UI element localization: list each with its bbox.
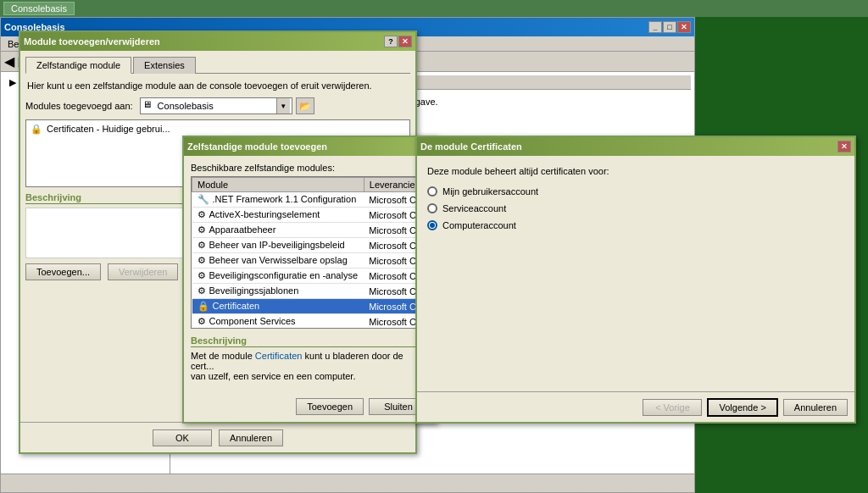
- dialog3-close-btn[interactable]: ✕: [837, 141, 851, 152]
- mmc-minimize-btn[interactable]: _: [648, 21, 662, 33]
- module-name-cell: ⚙Beheer van IP-beveiligingsbeleid: [192, 238, 364, 253]
- modules-added-row: Modules toegevoegd aan: 🖥 Consolebasis ▼…: [25, 97, 410, 114]
- mmc-statusbar: [1, 474, 694, 490]
- module-name-cell: ⚙ActiveX-besturingselement: [192, 208, 364, 223]
- dialog2-title: Zelfstandige module toevoegen: [187, 141, 417, 152]
- mmc-maximize-btn[interactable]: □: [663, 21, 676, 33]
- dialog3-bottom-bar: < Vorige Volgende > Annuleren: [417, 391, 854, 422]
- module-table-row[interactable]: 🔧.NET Framework 1.1 ConfigurationMicroso…: [192, 192, 427, 208]
- dialog1-desc: Hier kunt u een zelfstandige module aan …: [25, 80, 410, 91]
- dialog2-titlebar: Zelfstandige module toevoegen ✕: [184, 137, 435, 156]
- radio-user[interactable]: [427, 186, 437, 197]
- combobox-value: Consolebasis: [158, 101, 276, 111]
- dialog1-help-btn[interactable]: ?: [384, 36, 398, 47]
- module-name-cell: 🔧.NET Framework 1.1 Configuration: [192, 192, 364, 208]
- radio-service[interactable]: [427, 203, 437, 213]
- module-row-icon: ⚙: [198, 285, 206, 296]
- dialog3-titlebar: De module Certificaten ✕: [417, 137, 854, 156]
- module-name-cell: ⚙Beheer van Verwisselbare opslag: [192, 253, 364, 269]
- module-row-icon: 🔧: [198, 194, 209, 204]
- dialog1-title: Module toevoegen/verwijderen: [24, 36, 383, 47]
- module-row-icon: ⚙: [198, 240, 206, 250]
- tab-strip: Zelfstandige module Extensies: [25, 56, 410, 74]
- module-row-icon: ⚙: [198, 255, 206, 265]
- dialog2-desc-text: Met de module Certificaten kunt u blader…: [191, 351, 428, 385]
- module-name-cell: ⚙Apparaatbeheer: [192, 223, 364, 238]
- dialog1-ok-btn[interactable]: OK: [153, 429, 212, 446]
- dialog-module-toevoegen: Zelfstandige module toevoegen ✕ Beschikb…: [182, 136, 437, 424]
- module-table-row[interactable]: ⚙Beheer van Verwisselbare opslagMicrosof…: [192, 253, 427, 269]
- dialog3-title: De module Certificaten: [420, 141, 837, 152]
- combobox-icon: 🖥: [142, 99, 156, 113]
- radio-computer[interactable]: [427, 220, 437, 230]
- toevoegen-btn[interactable]: Toevoegen...: [25, 263, 101, 280]
- dialog2-buttons: Toevoegen Sluiten: [296, 398, 428, 415]
- module-row-icon: 🔒: [198, 301, 209, 311]
- folder-btn[interactable]: 📂: [296, 97, 314, 114]
- volgende-btn[interactable]: Volgende >: [707, 398, 777, 417]
- back-icon[interactable]: ◀: [4, 53, 14, 69]
- radio-group-account: Mijn gebruikersaccount Serviceaccount Co…: [427, 186, 844, 230]
- available-modules-label: Beschikbare zelfstandige modules:: [191, 163, 428, 173]
- dialog1-annuleren-btn[interactable]: Annuleren: [219, 429, 283, 446]
- module-table: Module Leverancier 🔧.NET Framework 1.1 C…: [192, 177, 427, 329]
- dialog3-intro: Deze module beheert altijd certificaten …: [427, 166, 844, 176]
- consolebasis-combobox[interactable]: 🖥 Consolebasis ▼: [140, 97, 292, 114]
- tab-extensies[interactable]: Extensies: [133, 57, 196, 74]
- module-table-container[interactable]: Module Leverancier 🔧.NET Framework 1.1 C…: [191, 176, 428, 329]
- module-name-cell: ⚙Beveiligingsconfiguratie en -analyse: [192, 269, 364, 284]
- mmc-close-btn[interactable]: ✕: [677, 21, 691, 33]
- vorige-btn[interactable]: < Vorige: [643, 399, 702, 416]
- taskbar-item-consolebasis[interactable]: Consolebasis: [3, 2, 75, 15]
- col-module: Module: [192, 178, 364, 192]
- module-name-cell: ⚙Component Services: [192, 314, 364, 330]
- radio-computer-label: Computeraccount: [442, 220, 516, 230]
- module-table-row[interactable]: ⚙Beheer van IP-beveiligingsbeleidMicroso…: [192, 238, 427, 253]
- module-table-row[interactable]: ⚙Beveiligingsconfiguratie en -analyseMic…: [192, 269, 427, 284]
- module-list-item-cert[interactable]: 🔒 Certificaten - Huidige gebrui...: [26, 120, 409, 137]
- module-table-row[interactable]: ⚙Component ServicesMicrosoft Co: [192, 314, 427, 330]
- tab-zelfstandige-module[interactable]: Zelfstandige module: [25, 57, 131, 74]
- radio-user-label: Mijn gebruikersaccount: [442, 186, 538, 197]
- module-table-row[interactable]: ⚙BeveiligingssjablonenMicrosoft Co: [192, 284, 427, 299]
- annuleren-btn[interactable]: Annuleren: [783, 399, 848, 416]
- module-row-icon: ⚙: [198, 270, 206, 280]
- radio-item-computer[interactable]: Computeraccount: [427, 220, 844, 230]
- dialog1-titlebar: Module toevoegen/verwijderen ? ✕: [20, 32, 415, 51]
- combobox-dropdown-btn[interactable]: ▼: [276, 98, 290, 114]
- module-row-icon: ⚙: [198, 209, 206, 219]
- cert-listbox-label: Certificaten - Huidige gebrui...: [47, 124, 170, 134]
- dialog2-toevoegen-btn[interactable]: Toevoegen: [296, 398, 364, 415]
- modules-label: Modules toegevoegd aan:: [25, 101, 133, 111]
- dialog-module-certificaten: De module Certificaten ✕ Deze module beh…: [415, 136, 856, 424]
- dialog3-content: Deze module beheert altijd certificaten …: [417, 156, 854, 247]
- dialog1-close-btn[interactable]: ✕: [398, 36, 412, 47]
- module-table-row[interactable]: 🔒CertificatenMicrosoft Co: [192, 299, 427, 314]
- radio-item-service[interactable]: Serviceaccount: [427, 203, 844, 213]
- module-name-cell: ⚙Beveiligingssjablonen: [192, 284, 364, 299]
- module-row-icon: ⚙: [198, 224, 206, 235]
- dialog2-content: Beschikbare zelfstandige modules: Module…: [184, 156, 435, 422]
- module-name-cell: 🔒Certificaten: [192, 299, 364, 314]
- verwijderen-btn[interactable]: Verwijderen: [108, 263, 178, 280]
- cert-listbox-icon: 🔒: [30, 122, 43, 136]
- tree-expand-icon: ▶: [6, 75, 19, 89]
- radio-item-user[interactable]: Mijn gebruikersaccount: [427, 186, 844, 197]
- dialog2-desc-label: Beschrijving: [191, 335, 428, 347]
- module-row-icon: ⚙: [198, 316, 206, 326]
- module-table-row[interactable]: ⚙ActiveX-besturingselementMicrosoft Co: [192, 208, 427, 223]
- radio-service-label: Serviceaccount: [442, 203, 506, 213]
- taskbar: Consolebasis: [0, 0, 868, 17]
- folder-icon: 📂: [299, 101, 311, 112]
- dialog1-bottom-bar: OK Annuleren: [20, 422, 415, 452]
- module-table-row[interactable]: ⚙ApparaatbeheerMicrosoft Co: [192, 223, 427, 238]
